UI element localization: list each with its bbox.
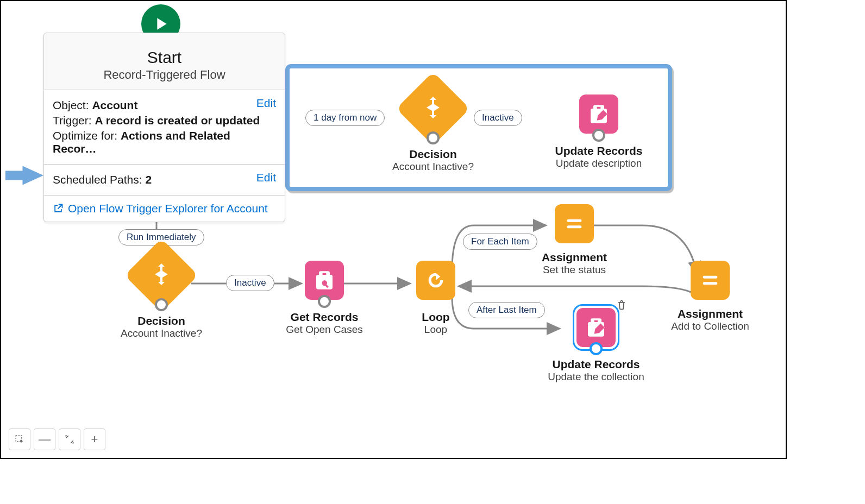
fit-icon [65, 434, 74, 444]
node-assignment-collection[interactable]: Assignment Add to Collection [659, 261, 762, 332]
start-card[interactable]: Start Record-Triggered Flow Edit Object:… [43, 33, 285, 222]
external-link-icon [53, 203, 64, 214]
node-sub: Set the status [528, 264, 620, 276]
decision-icon [148, 261, 174, 287]
node-title: Update Records [550, 144, 648, 158]
zoom-in-button[interactable]: + [84, 429, 105, 450]
node-decision-main[interactable]: Decision Account Inactive? [115, 249, 208, 339]
open-trigger-explorer-link[interactable]: Open Flow Trigger Explorer for Account [53, 202, 276, 215]
clipboard-edit-icon [588, 103, 610, 125]
zoom-out-button[interactable]: — [34, 429, 55, 450]
node-title: Get Records [278, 311, 371, 324]
trigger-label: Trigger: [53, 114, 92, 127]
equals-icon [563, 213, 585, 235]
node-sub: Get Open Cases [278, 324, 371, 336]
start-config-section: Edit Object: Account Trigger: A record i… [44, 90, 285, 164]
node-assignment-status[interactable]: Assignment Set the status [528, 204, 620, 276]
equals-icon [699, 269, 721, 291]
start-title: Start [53, 48, 276, 67]
node-title: Decision [115, 314, 208, 327]
node-title: Update Records [544, 358, 648, 371]
decision-icon [420, 94, 446, 121]
after-last-pill[interactable]: After Last Item [468, 302, 545, 318]
marquee-icon [15, 434, 24, 444]
flow-canvas[interactable]: Start Record-Triggered Flow Edit Object:… [0, 0, 787, 459]
node-get-records[interactable]: Get Records Get Open Cases [278, 261, 371, 336]
node-sub: Account Inactive? [115, 327, 208, 339]
node-update-records-scheduled[interactable]: Update Records Update description [550, 94, 648, 169]
annotation-arrow-icon [5, 162, 43, 189]
clipboard-search-icon [314, 269, 335, 291]
node-sub: Add to Collection [659, 320, 762, 332]
optimize-label: Optimize for: [53, 129, 117, 142]
canvas-toolbar: — + [9, 429, 105, 450]
node-sub: Loop [409, 324, 463, 336]
scheduled-label: Scheduled Paths: [53, 173, 142, 186]
node-sub: Update description [550, 158, 648, 169]
scheduled-path-pill[interactable]: 1 day from now [305, 110, 385, 126]
explorer-link-text: Open Flow Trigger Explorer for Account [68, 202, 268, 215]
svg-rect-6 [567, 225, 582, 228]
node-sub: Account Inactive? [392, 161, 474, 173]
node-title: Assignment [659, 307, 762, 320]
object-label: Object: [53, 99, 89, 111]
loop-icon [425, 269, 447, 291]
node-title: Decision [392, 148, 474, 161]
select-tool-button[interactable] [9, 429, 30, 450]
node-loop[interactable]: Loop Loop [409, 261, 463, 336]
node-update-collection[interactable]: Update Records Update the collection [544, 308, 648, 383]
outcome-pill-inactive-main[interactable]: Inactive [226, 275, 274, 291]
node-decision-scheduled[interactable]: Decision Account Inactive? [392, 83, 474, 173]
svg-rect-7 [703, 276, 718, 279]
fit-button[interactable] [59, 429, 80, 450]
node-title: Loop [409, 311, 463, 324]
scheduled-paths-section: Edit Scheduled Paths: 2 [44, 164, 285, 195]
edit-start-config[interactable]: Edit [256, 97, 276, 110]
node-title: Assignment [528, 251, 620, 264]
object-value: Account [92, 99, 137, 111]
edit-scheduled-paths[interactable]: Edit [256, 171, 276, 184]
start-subtitle: Record-Triggered Flow [53, 68, 276, 82]
svg-rect-5 [567, 219, 582, 222]
outcome-pill-inactive-scheduled[interactable]: Inactive [474, 110, 522, 126]
trigger-value: A record is created or updated [95, 114, 260, 127]
svg-rect-8 [703, 282, 718, 285]
node-sub: Update the collection [544, 371, 648, 383]
scheduled-value: 2 [145, 173, 152, 186]
for-each-pill[interactable]: For Each Item [463, 234, 537, 250]
